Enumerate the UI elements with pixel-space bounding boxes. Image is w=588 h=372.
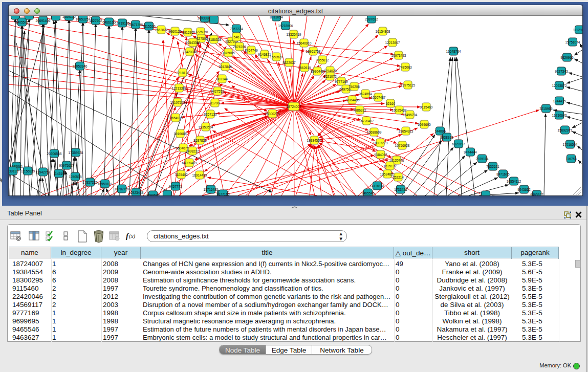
- svg-text:9245652: 9245652: [517, 188, 531, 191]
- svg-text:3875685: 3875685: [222, 51, 235, 55]
- svg-text:25495794: 25495794: [403, 113, 418, 117]
- svg-text:8322037: 8322037: [282, 61, 296, 64]
- svg-text:7485063: 7485063: [399, 65, 412, 69]
- svg-text:8537832: 8537832: [193, 139, 207, 142]
- svg-text:10973493: 10973493: [391, 54, 406, 57]
- svg-text:3498222: 3498222: [186, 149, 199, 153]
- svg-text:1405571: 1405571: [15, 20, 29, 24]
- svg-text:116753: 116753: [565, 157, 577, 161]
- svg-text:19654913: 19654913: [168, 116, 183, 120]
- svg-text:9146821: 9146821: [258, 53, 271, 56]
- svg-text:6829197: 6829197: [452, 142, 465, 146]
- svg-text:1621072: 1621072: [323, 75, 337, 78]
- svg-text:16154808: 16154808: [376, 30, 390, 33]
- svg-text:746206: 746206: [349, 85, 360, 89]
- svg-text:10107553: 10107553: [170, 101, 185, 104]
- svg-text:14136141: 14136141: [370, 184, 385, 188]
- svg-text:90975657: 90975657: [59, 164, 74, 167]
- svg-text:3624554: 3624554: [359, 92, 372, 96]
- svg-text:3215955: 3215955: [539, 107, 553, 111]
- svg-text:12942757: 12942757: [36, 170, 51, 174]
- svg-text:10756928: 10756928: [395, 144, 410, 147]
- svg-text:20364436: 20364436: [345, 98, 360, 102]
- svg-text:8990448: 8990448: [311, 70, 324, 73]
- svg-text:12213383: 12213383: [172, 86, 187, 90]
- svg-text:8471676: 8471676: [496, 172, 510, 176]
- svg-text:10688609: 10688609: [367, 130, 382, 134]
- svg-text:17016504: 17016504: [563, 143, 578, 146]
- svg-text:2269170: 2269170: [62, 16, 76, 18]
- svg-text:1527602: 1527602: [89, 19, 102, 23]
- svg-text:546: 546: [234, 35, 239, 39]
- svg-text:2876768: 2876768: [233, 45, 246, 49]
- svg-text:13325419: 13325419: [287, 33, 301, 36]
- svg-text:6099695: 6099695: [418, 123, 431, 126]
- svg-text:15716485: 15716485: [204, 188, 219, 191]
- svg-text:9184067: 9184067: [374, 153, 387, 157]
- svg-text:9457771: 9457771: [169, 185, 182, 188]
- svg-text:6466160: 6466160: [102, 20, 116, 24]
- svg-text:7857224: 7857224: [230, 27, 243, 31]
- svg-text:15751074: 15751074: [565, 40, 580, 44]
- svg-text:25300275: 25300275: [265, 112, 280, 116]
- svg-text:23420046: 23420046: [183, 50, 198, 54]
- svg-text:1916685: 1916685: [173, 132, 187, 136]
- svg-text:8454749: 8454749: [245, 49, 258, 52]
- svg-text:9177169: 9177169: [216, 192, 230, 196]
- svg-text:1558520: 1558520: [270, 55, 283, 59]
- svg-text:26053346: 26053346: [73, 64, 88, 68]
- svg-text:9465546: 9465546: [361, 191, 375, 195]
- svg-text:2718120: 2718120: [176, 71, 189, 75]
- svg-text:1244415: 1244415: [553, 99, 566, 103]
- svg-text:19218506: 19218506: [278, 24, 293, 28]
- svg-text:15692971: 15692971: [558, 128, 573, 132]
- svg-text:8099695: 8099695: [146, 193, 160, 196]
- svg-text:252214: 252214: [393, 176, 404, 179]
- svg-text:9329966: 9329966: [560, 56, 574, 59]
- svg-text:9960125: 9960125: [168, 30, 182, 33]
- svg-text:12923448: 12923448: [129, 191, 144, 194]
- svg-text:10653257: 10653257: [76, 17, 91, 21]
- svg-text:3267130: 3267130: [204, 113, 217, 116]
- svg-text:8938918: 8938918: [440, 136, 453, 139]
- svg-text:12213967: 12213967: [385, 41, 400, 45]
- svg-text:10854112: 10854112: [507, 180, 521, 183]
- svg-text:7632621: 7632621: [486, 165, 499, 168]
- svg-text:18186328: 18186328: [207, 38, 222, 41]
- svg-text:17857225: 17857225: [83, 181, 98, 184]
- svg-text:7986322: 7986322: [353, 108, 366, 112]
- svg-text:803144: 803144: [216, 77, 228, 81]
- svg-text:8813054: 8813054: [270, 16, 283, 19]
- svg-text:62160: 62160: [386, 102, 395, 105]
- svg-text:17359928: 17359928: [69, 151, 83, 155]
- svg-text:10025438: 10025438: [392, 108, 407, 112]
- svg-text:1112904: 1112904: [573, 28, 582, 32]
- svg-text:1615132: 1615132: [383, 164, 397, 168]
- svg-text:7515520: 7515520: [142, 25, 156, 28]
- svg-text:7955812: 7955812: [316, 58, 329, 62]
- svg-text:2935114: 2935114: [476, 157, 489, 161]
- svg-text:16648784: 16648784: [446, 50, 461, 53]
- svg-text:18807279: 18807279: [373, 141, 388, 145]
- svg-text:9474444: 9474444: [464, 150, 477, 154]
- svg-text:20691406: 20691406: [36, 19, 51, 23]
- svg-text:10719155: 10719155: [115, 21, 130, 25]
- svg-text:18724007: 18724007: [287, 105, 301, 108]
- svg-text:64099489: 64099489: [182, 161, 197, 165]
- svg-text:13975115: 13975115: [401, 83, 416, 87]
- svg-text:1250515: 1250515: [69, 175, 82, 179]
- svg-text:11700: 11700: [210, 101, 220, 105]
- svg-text:10507487: 10507487: [371, 96, 386, 99]
- svg-text:16914479: 16914479: [192, 173, 207, 177]
- svg-text:16782759: 16782759: [115, 187, 129, 191]
- svg-text:9227343: 9227343: [555, 70, 568, 73]
- svg-text:53226058: 53226058: [193, 30, 208, 34]
- svg-text:19353594: 19353594: [199, 125, 213, 129]
- svg-text:15720407: 15720407: [359, 119, 374, 123]
- svg-text:15640910: 15640910: [297, 41, 312, 45]
- svg-text:144095: 144095: [434, 129, 446, 133]
- svg-text:19654923: 19654923: [399, 129, 413, 133]
- svg-text:9777169: 9777169: [335, 80, 348, 83]
- svg-text:16210643: 16210643: [552, 114, 567, 117]
- svg-text:7625402: 7625402: [175, 173, 188, 177]
